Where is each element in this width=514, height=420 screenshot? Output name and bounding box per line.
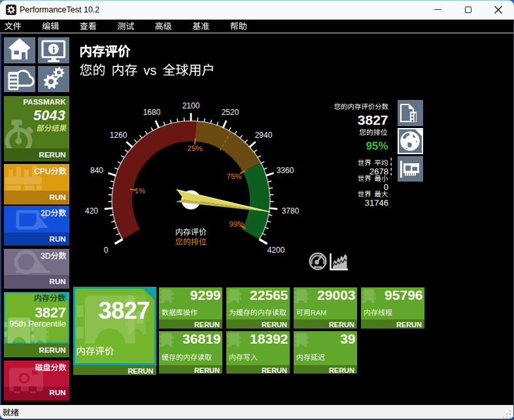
svg-text:95th Percentile: 95th Percentile: [9, 319, 66, 329]
svg-text:3827: 3827: [99, 297, 150, 324]
